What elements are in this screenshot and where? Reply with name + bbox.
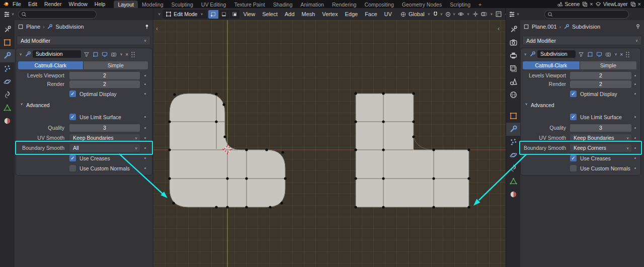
viewport-menu-vertex[interactable]: Vertex (319, 8, 341, 20)
collapse-caret-icon[interactable]: ∨ (523, 52, 528, 56)
use-creases-checkbox[interactable]: ✓ (69, 155, 76, 161)
search-input[interactable] (18, 10, 97, 19)
tab-modifier-properties-icon[interactable] (3, 51, 12, 60)
collapse-caret-icon[interactable]: ∨ (18, 52, 23, 56)
delete-modifier-icon[interactable]: × (125, 51, 128, 57)
animate-dot[interactable] (634, 137, 636, 139)
add-modifier-button[interactable]: Add Modifier ∨ (522, 36, 642, 45)
snapping-controls[interactable]: ∨ (432, 11, 444, 18)
modifier-extras-caret-icon[interactable]: ∨ (613, 52, 618, 56)
pin-icon[interactable] (635, 24, 641, 30)
mode-selector[interactable]: Edit Mode ∨ (163, 10, 207, 19)
new-viewlayer-icon[interactable] (630, 1, 636, 7)
modifier-name-field[interactable]: Subdivision (537, 50, 576, 58)
viewport-menu-add[interactable]: Add (282, 8, 298, 20)
tab-particles-icon[interactable] (3, 64, 12, 73)
tab-object-properties-icon[interactable] (3, 38, 12, 47)
use-limit-surface-checkbox[interactable]: ✓ (69, 114, 76, 120)
tab-output-properties-icon[interactable] (509, 51, 518, 60)
breadcrumb-modifier[interactable]: Subdivision (572, 24, 600, 30)
tab-world-properties-icon[interactable] (509, 91, 518, 99)
tab-physics-icon[interactable] (3, 77, 12, 86)
scene-selector[interactable]: Scene (565, 1, 580, 7)
quality-field[interactable]: 3 (570, 124, 631, 132)
drag-handle-icon[interactable] (625, 51, 630, 57)
viewport-canvas[interactable]: ‹ ‹ (153, 20, 506, 267)
viewport-menu-mesh[interactable]: Mesh (298, 8, 318, 20)
viewport-menu-view[interactable]: View (240, 8, 259, 20)
workspace-tab-compositing[interactable]: Compositing (360, 1, 397, 8)
editor-type-caret-icon[interactable]: ∨ (12, 12, 14, 16)
workspace-tab-layout[interactable]: Layout (114, 1, 138, 8)
visibility-caret-icon[interactable]: ∨ (467, 12, 469, 16)
animate-dot[interactable] (144, 167, 146, 169)
animate-dot[interactable] (634, 167, 636, 169)
display-render-icon[interactable] (604, 50, 612, 58)
render-levels-field[interactable]: 2 (570, 80, 631, 88)
menu-edit[interactable]: Edit (25, 0, 41, 8)
display-viewport-icon[interactable] (595, 50, 603, 58)
use-custom-normals-checkbox[interactable] (69, 165, 76, 171)
visibility-icon[interactable] (457, 11, 464, 18)
drag-handle-icon[interactable] (131, 51, 135, 57)
gizmos-icon[interactable] (472, 11, 479, 18)
new-scene-icon[interactable] (582, 1, 588, 7)
quality-field[interactable]: 3 (69, 124, 140, 132)
tab-tool-icon[interactable] (3, 25, 12, 34)
viewlayer-selector[interactable]: ViewLayer (603, 1, 628, 7)
right-mesh[interactable] (354, 92, 470, 208)
breadcrumb-modifier[interactable]: Subdivision (55, 24, 84, 30)
tab-material-icon[interactable] (3, 117, 12, 125)
workspace-tab-scripting[interactable]: Scripting (446, 1, 474, 8)
editor-type-caret-icon[interactable]: ∨ (158, 12, 160, 16)
viewport-menu-select[interactable]: Select (259, 8, 281, 20)
proportional-edit-controls[interactable]: ∨ (445, 11, 456, 18)
catmull-clark-button[interactable]: Catmull-Clark (523, 61, 580, 69)
animate-dot[interactable] (634, 127, 636, 129)
menu-file[interactable]: File (9, 0, 25, 8)
unlink-scene-icon[interactable]: × (590, 1, 593, 7)
edge-select-button[interactable] (219, 10, 229, 19)
workspace-tab-uv-editing[interactable]: UV Editing (197, 1, 230, 8)
use-custom-normals-checkbox[interactable] (570, 165, 577, 171)
simple-button[interactable]: Simple (83, 61, 148, 69)
xray-toggle-icon[interactable] (495, 11, 502, 18)
properties-editor-icon[interactable] (3, 11, 11, 18)
blender-logo-icon[interactable] (3, 1, 9, 7)
breadcrumb-object[interactable]: Plane.001 (532, 24, 557, 30)
modifier-name-field[interactable]: Subdivision (33, 50, 81, 58)
tab-object-data-icon[interactable] (509, 177, 518, 186)
workspace-tab-geometry-nodes[interactable]: Geometry Nodes (398, 1, 446, 8)
modifier-extras-caret-icon[interactable]: ∨ (119, 52, 124, 56)
filter-icon[interactable] (83, 50, 90, 58)
viewport-menu-edge[interactable]: Edge (342, 8, 361, 20)
vertex-select-button[interactable] (208, 10, 218, 19)
display-render-icon[interactable] (110, 50, 117, 58)
viewport-menu-uv[interactable]: UV (381, 8, 395, 20)
levels-viewport-field[interactable]: 2 (570, 72, 631, 79)
tab-viewlayer-properties-icon[interactable] (509, 64, 518, 73)
workspace-tab-rendering[interactable]: Rendering (328, 1, 360, 8)
viewport-menu-face[interactable]: Face (362, 8, 380, 20)
tab-physics-icon[interactable] (509, 151, 518, 159)
orientation-selector[interactable]: Global ∨ (400, 11, 431, 18)
menu-render[interactable]: Render (41, 0, 65, 8)
tab-object-properties-icon[interactable] (509, 112, 518, 120)
overlays-caret-icon[interactable]: ∨ (490, 12, 493, 16)
use-creases-checkbox[interactable]: ✓ (570, 155, 577, 161)
optimal-display-checkbox[interactable]: ✓ (570, 91, 577, 97)
animate-dot[interactable] (634, 83, 636, 85)
use-limit-surface-checkbox[interactable]: ✓ (570, 114, 577, 120)
animate-dot[interactable] (634, 75, 636, 76)
advanced-section-label[interactable]: Advanced (531, 102, 554, 109)
animate-dot[interactable] (144, 116, 146, 118)
animate-dot[interactable] (144, 127, 146, 129)
menu-help[interactable]: Help (91, 0, 109, 8)
pin-icon[interactable] (144, 24, 150, 30)
advanced-collapse-icon[interactable]: ∨ (19, 102, 24, 106)
workspace-tab-modeling[interactable]: Modeling (138, 1, 168, 8)
display-editmode-icon[interactable] (586, 50, 594, 58)
delete-modifier-icon[interactable]: × (620, 51, 623, 57)
tab-scene-properties-icon[interactable] (509, 77, 518, 86)
workspace-tab-shading[interactable]: Shading (269, 1, 297, 8)
